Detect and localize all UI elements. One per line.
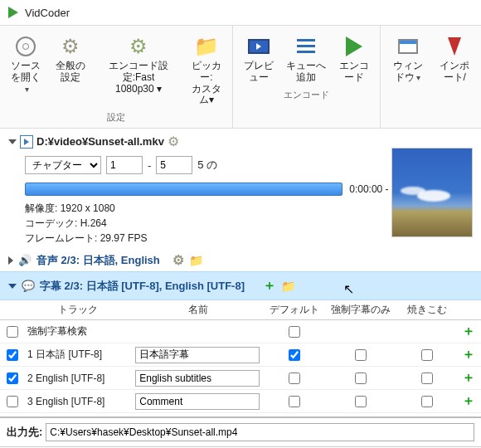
- forced-checkbox[interactable]: [355, 373, 367, 384]
- output-path-input[interactable]: [46, 423, 474, 441]
- subtitle-name-input[interactable]: [135, 393, 260, 410]
- expand-icon: [8, 284, 17, 289]
- ribbon: ソースを開く▾ ⚙ 全般の設定 ⚙ エンコード設定:Fast 1080p30 ▾…: [0, 25, 481, 129]
- window-icon: [398, 39, 418, 54]
- down-arrow-icon: [448, 37, 461, 56]
- subtitle-folder-icon[interactable]: 📁: [281, 280, 295, 293]
- row-enable-checkbox[interactable]: [7, 396, 18, 407]
- source-path: D:¥video¥Sunset-all.mkv: [36, 135, 164, 148]
- range-dash: -: [148, 159, 151, 172]
- ribbon-group-settings: ソースを開く▾ ⚙ 全般の設定 ⚙ エンコード設定:Fast 1080p30 ▾…: [0, 26, 233, 128]
- add-track-button[interactable]: ＋: [462, 393, 475, 407]
- video-file-icon: [20, 135, 33, 149]
- add-track-button[interactable]: ＋: [462, 370, 475, 384]
- range-from-input[interactable]: [106, 156, 143, 174]
- default-checkbox[interactable]: [289, 349, 300, 361]
- preview-button[interactable]: プレビュー: [236, 31, 281, 87]
- picker-button[interactable]: 📁 ピッカー: カスタム▾: [184, 31, 229, 110]
- preview-thumbnail[interactable]: [391, 148, 473, 237]
- col-default: デフォルト: [265, 300, 323, 320]
- table-row: 1 日本語 [UTF-8]＋: [0, 343, 481, 367]
- play-icon: [346, 37, 362, 56]
- table-row: 3 English [UTF-8]＋: [0, 390, 481, 413]
- encode-settings-button[interactable]: ⚙ エンコード設定:Fast 1080p30 ▾: [93, 31, 184, 110]
- gear-icon: ⚙: [61, 35, 80, 58]
- output-row: 出力先:: [0, 416, 481, 446]
- add-subtitle-button[interactable]: ＋: [263, 277, 276, 295]
- subtitle-name-input[interactable]: [135, 370, 260, 387]
- monitor-icon: [248, 39, 270, 54]
- green-gear-icon: ⚙: [129, 35, 148, 58]
- audio-header-text: 音声 2/3: 日本語, English: [36, 253, 160, 268]
- default-checkbox[interactable]: [289, 326, 300, 338]
- source-gear-icon[interactable]: ⚙: [168, 134, 179, 149]
- collapse-icon: [8, 256, 13, 265]
- resolution-label: 解像度:: [25, 202, 57, 214]
- global-settings-label: 全般の設定: [53, 61, 88, 84]
- ribbon-group-encode: プレビュー キューへ追加 エンコード エンコード: [233, 26, 381, 128]
- picker-label: ピッカー: カスタム▾: [189, 61, 224, 106]
- row-enable-checkbox[interactable]: [7, 373, 18, 384]
- burn-checkbox[interactable]: [421, 349, 433, 361]
- encode-button[interactable]: エンコード: [332, 31, 377, 87]
- count-suffix: 5 の: [197, 158, 217, 173]
- range-bar[interactable]: [25, 183, 343, 196]
- forced-checkbox[interactable]: [355, 396, 367, 407]
- global-settings-button[interactable]: ⚙ 全般の設定: [48, 31, 93, 110]
- table-row: 2 English [UTF-8]＋: [0, 367, 481, 390]
- burn-checkbox[interactable]: [421, 396, 433, 407]
- default-checkbox[interactable]: [289, 373, 300, 384]
- forced-checkbox[interactable]: [355, 349, 367, 361]
- encode-settings-label: エンコード設定:Fast 1080p30 ▾: [98, 61, 179, 95]
- audio-section-header[interactable]: 🔊 音声 2/3: 日本語, English ⚙ 📁: [0, 249, 481, 271]
- fps-value: 29.97 FPS: [100, 232, 148, 244]
- col-track: トラック: [24, 300, 132, 320]
- window-button[interactable]: ウィンドウ▾: [384, 31, 432, 87]
- open-source-label: ソースを開く: [11, 60, 41, 83]
- audio-gear-icon[interactable]: ⚙: [172, 252, 184, 268]
- add-track-button[interactable]: ＋: [462, 324, 475, 338]
- disc-icon: [16, 37, 36, 56]
- burn-checkbox[interactable]: [421, 373, 433, 384]
- import-button[interactable]: インポート/: [432, 31, 478, 87]
- codec-value: H.264: [80, 217, 107, 229]
- default-checkbox[interactable]: [289, 396, 300, 407]
- col-forced: 強制字幕のみ: [323, 300, 398, 320]
- ribbon-group-label-encode: エンコード: [233, 87, 380, 104]
- cursor-icon: ↖: [343, 281, 354, 297]
- track-name: 3 English [UTF-8]: [24, 390, 132, 413]
- ribbon-group-window: ウィンドウ▾ インポート/: [381, 26, 481, 128]
- subtitle-header-text: 字幕 2/3: 日本語 [UTF-8], English [UTF-8]: [40, 279, 245, 294]
- table-row: 強制字幕検索＋: [0, 320, 481, 343]
- subtitle-name: [132, 320, 265, 343]
- expand-icon: [8, 139, 17, 144]
- open-source-button[interactable]: ソースを開く▾: [3, 31, 48, 110]
- title-bar: VidCoder: [0, 0, 481, 25]
- row-enable-checkbox[interactable]: [7, 326, 18, 338]
- col-name: 名前: [132, 300, 265, 320]
- codec-label: コーデック:: [25, 217, 77, 229]
- subtitle-icon: 💬: [22, 280, 35, 292]
- folder-icon: 📁: [194, 35, 219, 58]
- col-burn: 焼きこむ: [398, 300, 456, 320]
- app-icon: [8, 7, 18, 18]
- chapter-select[interactable]: チャプター: [25, 156, 101, 174]
- subtitle-table: トラック 名前 デフォルト 強制字幕のみ 焼きこむ 強制字幕検索＋1 日本語 […: [0, 300, 481, 413]
- track-name: 2 English [UTF-8]: [24, 367, 132, 390]
- subtitle-section-header[interactable]: 💬 字幕 2/3: 日本語 [UTF-8], English [UTF-8] ＋…: [0, 271, 481, 300]
- fps-label: フレームレート:: [25, 232, 97, 244]
- app-title: VidCoder: [25, 7, 70, 19]
- speaker-icon: 🔊: [18, 254, 32, 266]
- add-queue-button[interactable]: キューへ追加: [281, 31, 332, 87]
- add-track-button[interactable]: ＋: [462, 347, 475, 361]
- track-name: 強制字幕検索: [24, 320, 132, 343]
- ribbon-group-label-settings: 設定: [0, 110, 232, 126]
- row-enable-checkbox[interactable]: [7, 349, 18, 361]
- output-label: 出力先:: [7, 425, 42, 440]
- encode-label: エンコード: [337, 61, 372, 84]
- subtitle-name-input[interactable]: [135, 347, 260, 363]
- track-name: 1 日本語 [UTF-8]: [24, 343, 132, 367]
- audio-folder-icon[interactable]: 📁: [189, 254, 203, 267]
- preview-label: プレビュー: [241, 61, 276, 84]
- range-to-input[interactable]: [156, 156, 192, 174]
